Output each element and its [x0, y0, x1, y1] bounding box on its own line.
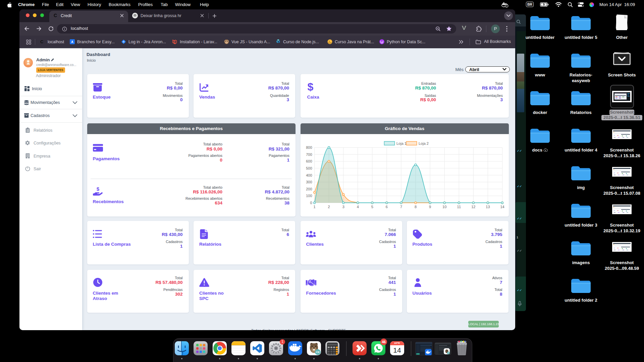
svg-text:500: 500 [306, 166, 312, 170]
svg-text:1: 1 [313, 205, 315, 209]
svg-text:5: 5 [371, 205, 373, 209]
svg-text:300: 300 [306, 180, 312, 184]
svg-text:2: 2 [328, 205, 330, 209]
svg-text:100: 100 [306, 194, 312, 198]
svg-text:11: 11 [457, 205, 461, 209]
svg-text:600: 600 [306, 159, 312, 163]
svg-text:3: 3 [342, 205, 344, 209]
svg-text:10: 10 [442, 205, 446, 209]
svg-text:200: 200 [306, 187, 312, 191]
svg-text:13: 13 [486, 205, 490, 209]
svg-text:Loja 1: Loja 1 [396, 141, 407, 145]
svg-text:14: 14 [500, 205, 504, 209]
svg-text:4: 4 [357, 205, 359, 209]
svg-text:800: 800 [306, 145, 312, 149]
svg-text:9: 9 [429, 205, 431, 209]
svg-text:Loja 2: Loja 2 [419, 141, 429, 145]
svg-text:7: 7 [400, 205, 402, 209]
svg-text:6: 6 [385, 205, 387, 209]
svg-text:700: 700 [306, 153, 312, 157]
svg-text:8: 8 [414, 205, 416, 209]
svg-text:0: 0 [310, 201, 312, 205]
svg-text:12: 12 [471, 205, 475, 209]
svg-text:400: 400 [306, 173, 312, 177]
svg-text:$: $ [96, 186, 99, 192]
